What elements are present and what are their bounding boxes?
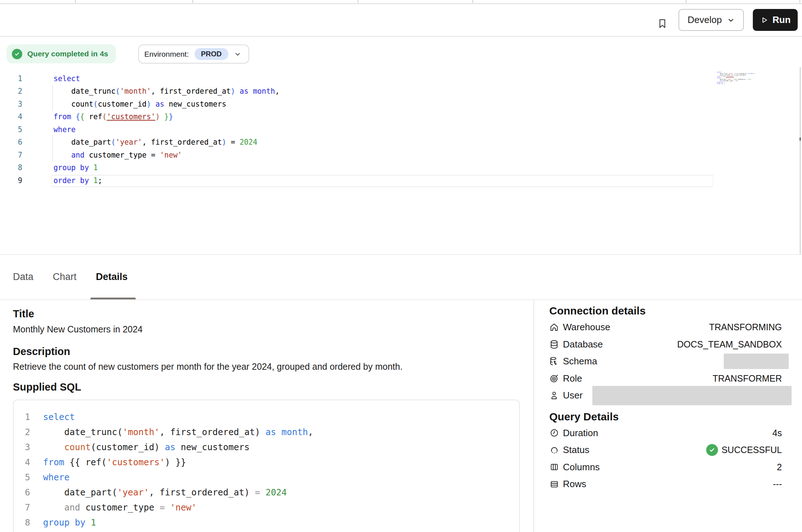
- row-value: TRANSFORMING: [709, 322, 782, 332]
- user-icon: [549, 391, 559, 400]
- tab-data[interactable]: Data: [13, 271, 33, 283]
- role-row: RoleTRANSFORMER: [549, 370, 782, 387]
- sql-editor[interactable]: 1select2 date_trunc('month', first_order…: [0, 68, 802, 254]
- supplied-sql-box: 1select2 date_trunc('month', first_order…: [13, 400, 520, 532]
- details-panel: Title Monthly New Customers in 2024 Desc…: [0, 300, 533, 532]
- line-number: 3: [14, 442, 30, 452]
- line-number: 2: [0, 87, 22, 95]
- duration-icon: [549, 428, 559, 438]
- supplied-sql-line: 1select: [14, 409, 519, 424]
- bookmark-icon: [657, 17, 668, 31]
- duration-row: Duration4s: [549, 425, 782, 442]
- line-number: 5: [14, 472, 30, 482]
- supplied-sql-line: 5where: [14, 470, 519, 485]
- develop-label: Develop: [687, 14, 722, 25]
- supplied-sql-line: 4from {{ ref('customers') }}: [14, 454, 519, 470]
- role-icon: [549, 374, 559, 383]
- status-row: StatusSUCCESSFUL: [549, 442, 782, 459]
- columns-row: Columns2: [549, 459, 782, 476]
- row-label: Columns: [563, 462, 600, 473]
- line-number: 1: [0, 74, 22, 83]
- line-number: 5: [0, 125, 22, 134]
- supplied-sql-line: 2 date_trunc('month', first_ordered_at) …: [14, 424, 519, 439]
- description-heading: Description: [13, 346, 70, 358]
- editor-line[interactable]: 6 date_part('year', first_ordered_at) = …: [0, 136, 280, 149]
- editor-code: 1select2 date_trunc('month', first_order…: [0, 72, 280, 187]
- environment-label: Environment:: [144, 50, 189, 59]
- indent-guide: [52, 85, 53, 98]
- environment-value-pill: PROD: [195, 48, 228, 60]
- toolbar: Develop Run: [0, 4, 802, 37]
- line-number: 2: [14, 427, 30, 437]
- line-number: 8: [14, 517, 30, 528]
- row-label: Duration: [563, 428, 598, 439]
- row-label: Database: [563, 339, 603, 350]
- supplied-sql-line: 8group by 1: [14, 515, 519, 530]
- row-label: Schema: [563, 356, 597, 367]
- query-details-heading: Query Details: [549, 409, 782, 425]
- row-label: User: [563, 390, 583, 401]
- supplied-sql-line: 6 date_part('year', first_ordered_at) = …: [14, 485, 519, 500]
- row-value: DOCS_TEAM_SANDBOX: [677, 339, 782, 350]
- scrollbar-thumb[interactable]: [799, 137, 801, 141]
- title-heading: Title: [13, 308, 34, 320]
- row-value: 4s: [773, 428, 782, 438]
- window-tab-strip: [0, 0, 802, 3]
- line-number: 6: [14, 487, 30, 498]
- row-value: [724, 354, 782, 369]
- line-number: 7: [14, 502, 30, 513]
- line-number: 3: [0, 100, 22, 108]
- row-value: ---: [773, 479, 782, 489]
- tab-separator: [799, 0, 800, 3]
- check-icon: [706, 444, 718, 456]
- editor-line[interactable]: 1select: [0, 72, 280, 85]
- warehouse-icon: [549, 322, 559, 332]
- editor-line[interactable]: 8group by 1: [0, 162, 280, 174]
- indent-guide: [52, 149, 53, 162]
- indent-guide: [52, 136, 53, 149]
- active-tab-underline: [90, 298, 136, 299]
- editor-minimap[interactable]: select date_trunc('month', first_ordered…: [717, 71, 755, 84]
- line-number: 6: [0, 138, 22, 146]
- develop-dropdown[interactable]: Develop: [679, 9, 744, 31]
- page: Develop Run Query completed in 4s Enviro…: [0, 0, 802, 532]
- redacted-value: [724, 354, 789, 369]
- run-button[interactable]: Run: [753, 9, 798, 31]
- database-row: DatabaseDOCS_TEAM_SANDBOX: [549, 336, 782, 353]
- row-value: TRANSFORMER: [713, 373, 782, 384]
- editor-line[interactable]: 7 and customer_type = 'new': [0, 149, 280, 162]
- chevron-down-icon: [234, 51, 241, 58]
- tab-chart[interactable]: Chart: [53, 271, 76, 283]
- warehouse-row: WarehouseTRANSFORMING: [549, 319, 782, 336]
- line-number: 4: [0, 112, 22, 121]
- user-row: User: [549, 387, 782, 404]
- tab-details[interactable]: Details: [96, 271, 128, 283]
- row-label: Rows: [563, 479, 586, 490]
- editor-line[interactable]: 4from {{ ref('customers') }}: [0, 111, 280, 123]
- title-value: Monthly New Customers in 2024: [13, 324, 143, 335]
- bookmark-button[interactable]: [656, 16, 669, 32]
- tab-separator: [686, 0, 686, 3]
- line-number: 4: [14, 457, 30, 467]
- status-icon: [549, 445, 559, 455]
- tab-separator: [472, 0, 473, 3]
- row-value: [592, 386, 782, 405]
- tab-separator: [192, 0, 193, 3]
- row-label: Role: [563, 373, 582, 384]
- row-value: SUCCESSFUL: [706, 444, 782, 456]
- supplied-sql-line: 7 and customer_type = 'new': [14, 500, 519, 515]
- environment-selector[interactable]: Environment: PROD: [138, 45, 249, 64]
- editor-line[interactable]: 3 count(customer_id) as new_customers: [0, 98, 280, 111]
- rows-icon: [549, 479, 559, 489]
- chevron-down-icon: [727, 16, 735, 24]
- connection-details-panel: Connection details WarehouseTRANSFORMING…: [533, 300, 802, 532]
- line-number: 8: [0, 163, 22, 172]
- tab-separator: [75, 0, 76, 3]
- description-value: Retrieve the count of new customers per …: [13, 361, 402, 372]
- editor-line[interactable]: 9order by 1;: [0, 174, 280, 187]
- play-icon: [760, 16, 769, 24]
- schema-row: Schema: [549, 353, 782, 370]
- editor-line[interactable]: 5where: [0, 123, 280, 136]
- editor-line[interactable]: 2 date_trunc('month', first_ordered_at) …: [0, 85, 280, 98]
- supplied-sql-heading: Supplied SQL: [13, 381, 81, 393]
